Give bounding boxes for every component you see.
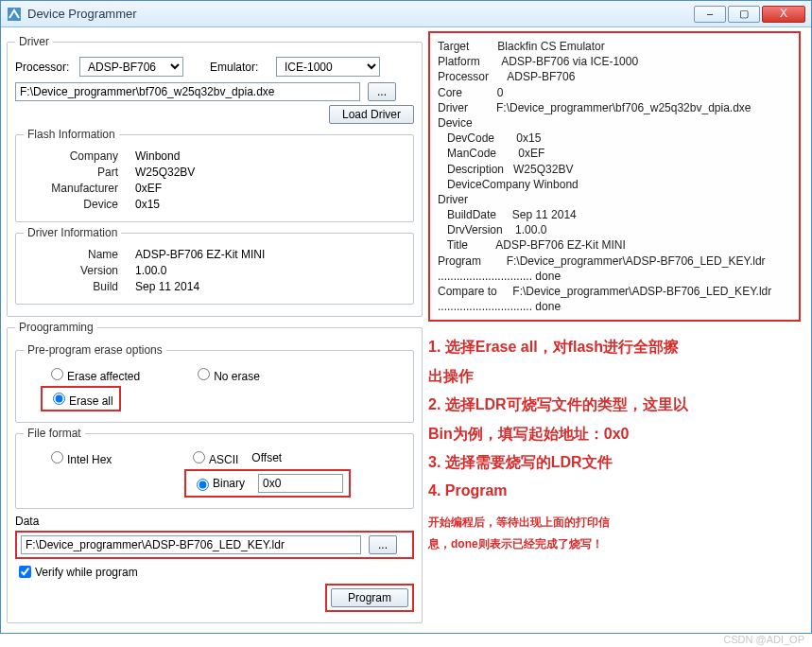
- part-label: Part: [24, 166, 118, 179]
- console-line: Platform ADSP-BF706 via ICE-1000: [438, 54, 791, 69]
- console-line: Device: [438, 115, 791, 131]
- footer-line-2: 息，done则表示已经完成了烧写！: [428, 533, 801, 555]
- manufacturer-label: Manufacturer: [24, 182, 118, 195]
- footer-annotation: 开始编程后，等待出现上面的打印信 息，done则表示已经完成了烧写！: [428, 512, 801, 555]
- offset-label: Offset: [251, 451, 282, 464]
- file-format-legend: File format: [24, 427, 85, 440]
- console-line: Driver F:\Device_programmer\bf706_w25q32…: [438, 100, 791, 115]
- step-3: 3. 选择需要烧写的LDR文件: [428, 448, 801, 477]
- program-button[interactable]: Program: [331, 588, 408, 607]
- console-line: DrvVersion 1.00.0: [438, 222, 791, 237]
- step-2b: Bin为例，填写起始地址：0x0: [428, 420, 801, 448]
- console-line: Processor ADSP-BF706: [438, 69, 791, 84]
- processor-select[interactable]: ADSP-BF706: [79, 57, 183, 77]
- no-erase-radio[interactable]: [198, 368, 210, 380]
- annotations: 1. 选择Erase all，对flash进行全部擦 出操作 2. 选择LDR可…: [428, 333, 801, 505]
- ascii-radio[interactable]: [193, 451, 205, 463]
- intel-hex-label: Intel Hex: [67, 453, 112, 466]
- driver-build-label: Build: [24, 280, 118, 293]
- erase-options-group: Pre-program erase options Erase affected…: [15, 343, 414, 423]
- company-label: Company: [24, 149, 118, 163]
- browse-driver-button[interactable]: ...: [368, 82, 396, 101]
- load-driver-button[interactable]: Load Driver: [329, 105, 414, 124]
- ascii-label: ASCII: [209, 453, 238, 466]
- output-console: Target Blackfin CS Emulator Platform ADS…: [428, 31, 801, 322]
- console-line: Compare to F:\Device_programmer\ADSP-BF7…: [438, 284, 791, 299]
- emulator-select[interactable]: ICE-1000: [276, 57, 380, 77]
- maximize-button[interactable]: ▢: [728, 6, 760, 23]
- console-line: BuildDate Sep 11 2014: [438, 207, 791, 222]
- titlebar: Device Programmer – ▢ X: [1, 1, 811, 27]
- no-erase-label: No erase: [214, 370, 260, 383]
- browse-data-button[interactable]: ...: [369, 535, 397, 554]
- device-value: 0x15: [135, 198, 160, 211]
- offset-input[interactable]: [258, 474, 343, 493]
- driver-name-label: Name: [24, 248, 118, 261]
- console-line: Driver: [438, 192, 791, 207]
- processor-label: Processor:: [15, 61, 79, 74]
- data-label: Data: [15, 515, 414, 528]
- emulator-label: Emulator:: [210, 61, 276, 74]
- driver-info-group: Driver Information NameADSP-BF706 EZ-Kit…: [15, 226, 414, 305]
- programming-legend: Proogramming: [15, 321, 97, 334]
- data-path-input[interactable]: [21, 535, 361, 554]
- binary-radio[interactable]: [197, 479, 209, 491]
- console-line: Description W25Q32BV: [438, 162, 791, 177]
- file-format-group: File format Intel Hex ASCII Offset Binar…: [15, 427, 414, 509]
- console-line: Program F:\Device_programmer\ADSP-BF706_…: [438, 254, 791, 269]
- driver-group: Driver Processor: ADSP-BF706 Emulator: I…: [7, 35, 423, 317]
- driver-path-input[interactable]: [15, 82, 360, 101]
- company-value: Winbond: [135, 149, 180, 163]
- driver-version-label: Version: [24, 264, 118, 277]
- footer-line-1: 开始编程后，等待出现上面的打印信: [428, 512, 801, 533]
- console-line: Title ADSP-BF706 EZ-Kit MINI: [438, 237, 791, 253]
- erase-affected-label: Erase affected: [67, 370, 140, 383]
- driver-legend: Driver: [15, 35, 53, 48]
- console-line: .............................. done: [438, 269, 791, 284]
- step-4: 4. Program: [428, 477, 801, 505]
- console-line: DeviceCompany Winbond: [438, 177, 791, 192]
- part-value: W25Q32BV: [135, 166, 195, 179]
- verify-checkbox[interactable]: [19, 566, 31, 578]
- step-1: 1. 选择Erase all，对flash进行全部擦: [428, 333, 801, 361]
- binary-label: Binary: [213, 477, 245, 490]
- intel-hex-radio[interactable]: [51, 451, 63, 463]
- erase-affected-radio[interactable]: [51, 368, 63, 380]
- watermark: CSDN @ADI_OP: [723, 634, 804, 645]
- step-2: 2. 选择LDR可烧写文件的类型，这里以: [428, 391, 801, 419]
- manufacturer-value: 0xEF: [135, 182, 162, 195]
- step-1b: 出操作: [428, 362, 801, 391]
- programming-group: Proogramming Pre-program erase options E…: [7, 321, 423, 623]
- driver-info-legend: Driver Information: [24, 226, 121, 239]
- close-button[interactable]: X: [762, 6, 805, 23]
- flash-info-group: Flash Information CompanyWinbond PartW25…: [15, 128, 414, 222]
- verify-label: Verify while program: [35, 566, 138, 579]
- console-line: Core 0: [438, 85, 791, 100]
- console-line: .............................. done: [438, 299, 791, 314]
- flash-info-legend: Flash Information: [24, 128, 119, 141]
- driver-build-value: Sep 11 2014: [135, 280, 199, 293]
- console-line: DevCode 0x15: [438, 131, 791, 146]
- console-line: Target Blackfin CS Emulator: [438, 39, 791, 54]
- device-label: Device: [24, 198, 118, 211]
- window-title: Device Programmer: [27, 7, 137, 21]
- console-line: ManCode 0xEF: [438, 146, 791, 161]
- driver-version-value: 1.00.0: [135, 264, 166, 277]
- erase-all-radio[interactable]: [53, 393, 65, 405]
- erase-all-label: Erase all: [69, 394, 113, 408]
- app-icon: [7, 7, 22, 22]
- driver-name-value: ADSP-BF706 EZ-Kit MINI: [135, 248, 265, 261]
- erase-options-legend: Pre-program erase options: [24, 343, 166, 357]
- minimize-button[interactable]: –: [694, 6, 726, 23]
